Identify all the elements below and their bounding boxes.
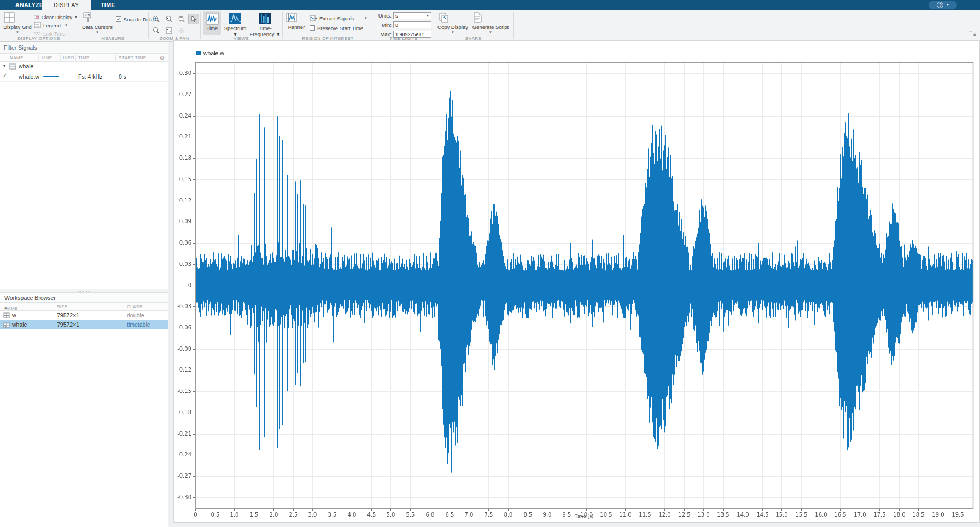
generate-script-icon xyxy=(471,11,510,24)
tab-display[interactable]: DISPLAY xyxy=(42,0,91,10)
legend-icon xyxy=(34,22,41,28)
data-cursors-button[interactable]: 2.5 Data Cursors ▼ xyxy=(82,11,113,36)
ribbon-separator xyxy=(148,12,149,39)
generate-script-button[interactable]: Generate Script ▼ xyxy=(471,11,510,36)
units-select[interactable]: s ▼ xyxy=(393,12,431,19)
sort-asc-icon: ▲ xyxy=(4,306,8,309)
min-label: Min: xyxy=(376,22,392,28)
legend-button[interactable]: Legend ▼ xyxy=(34,21,68,29)
legend-color-swatch xyxy=(196,51,201,55)
pointer-button[interactable] xyxy=(188,14,199,24)
ribbon-separator xyxy=(282,12,283,39)
signal-group-row[interactable]: ▾ whale xyxy=(0,62,168,71)
time-view-icon xyxy=(206,13,219,25)
extract-signals-icon xyxy=(310,15,317,21)
col-name[interactable]: NAME xyxy=(10,55,24,60)
chevron-down-icon: ▼ xyxy=(364,16,368,20)
legend-label: whale.w xyxy=(203,50,224,56)
table-settings-gear-icon[interactable]: ⚙ xyxy=(160,55,165,61)
svg-text:2.5: 2.5 xyxy=(85,13,90,17)
preserve-start-time-checkbox[interactable]: Preserve Start Time xyxy=(310,24,370,32)
data-cursors-icon: 2.5 xyxy=(82,11,113,24)
toolstrip-tabbar: ANALYZER DISPLAY TIME ? ▾ xyxy=(0,0,980,10)
chevron-down-icon[interactable]: ▾ xyxy=(947,3,949,7)
zoom-in-x-icon xyxy=(165,15,173,23)
min-field-row: Min: xyxy=(376,21,431,28)
wb-col-class[interactable]: CLASS xyxy=(127,304,142,309)
copy-display-icon xyxy=(438,11,468,24)
signal-start-time: 0 s xyxy=(119,73,126,80)
col-start-time[interactable]: START TIME xyxy=(119,55,147,60)
matrix-icon xyxy=(3,312,10,318)
zoom-out-icon xyxy=(153,27,160,34)
wb-var-class: timetable xyxy=(127,321,150,328)
display-grid-icon xyxy=(3,11,32,24)
spectrum-view-button[interactable]: Spectrum ▼ xyxy=(223,11,247,35)
zoom-in-x-button[interactable] xyxy=(164,14,174,24)
group-name: whale xyxy=(19,63,33,70)
wb-var-size: 79572×1 xyxy=(57,321,79,328)
chevron-down-icon: ▼ xyxy=(438,31,468,34)
min-input[interactable] xyxy=(393,21,431,28)
ribbon-separator xyxy=(434,12,434,39)
chevron-down-icon: ▼ xyxy=(82,31,113,34)
extract-signals-button[interactable]: Extract Signals ▼ xyxy=(310,14,368,22)
wb-col-size[interactable]: SIZE xyxy=(57,304,67,309)
clear-display-button[interactable]: Clear Display ▼ xyxy=(34,13,78,21)
time-view-button[interactable]: Time xyxy=(203,11,221,35)
col-time[interactable]: TIME xyxy=(78,55,90,60)
checkbox-checked-icon[interactable]: ✓ xyxy=(116,16,121,22)
line-style-swatch[interactable] xyxy=(43,76,59,77)
zoom-in-y-button[interactable] xyxy=(176,14,187,24)
display-grid-button[interactable]: Display Grid ▼ xyxy=(3,11,32,36)
panel-splitter[interactable] xyxy=(0,289,168,293)
section-measure: MEASURE xyxy=(78,36,148,42)
workspace-browser-title: Workspace Browser xyxy=(0,293,168,303)
wb-var-class: double xyxy=(127,312,144,318)
left-panel: Filter Signals NAME LINE INFO TIME START… xyxy=(0,42,168,527)
zoom-out-button[interactable] xyxy=(151,25,162,36)
workspace-header: NAME ▲ SIZE CLASS xyxy=(0,303,168,311)
wb-var-size: 79572×1 xyxy=(57,312,79,318)
chevron-down-icon: ▼ xyxy=(426,14,429,18)
tree-expand-caret-icon[interactable]: ▾ xyxy=(3,63,5,68)
zoom-in-y-icon xyxy=(178,15,185,23)
checkmark-icon[interactable]: ✓ xyxy=(3,72,7,78)
clear-display-icon xyxy=(34,14,39,20)
copy-display-button[interactable]: Copy Display ▼ xyxy=(438,11,468,36)
signal-name: whale.w xyxy=(19,73,39,80)
ribbon-separator xyxy=(374,12,374,39)
help-pill[interactable]: ? ▾ xyxy=(929,1,957,9)
workspace-row-whale[interactable]: whale 79572×1 timetable xyxy=(0,320,168,329)
units-label: Units: xyxy=(376,13,392,19)
col-info[interactable]: INFO xyxy=(63,55,74,60)
checkbox-unchecked-icon[interactable] xyxy=(310,25,315,31)
col-line[interactable]: LINE xyxy=(42,55,52,60)
signal-analyzer-app: ANALYZER DISPLAY TIME ? ▾ Display Grid ▼… xyxy=(0,0,980,527)
x-axis-label: Time (s) xyxy=(195,513,973,519)
spectrum-view-icon xyxy=(229,13,242,25)
time-frequency-view-icon xyxy=(259,13,272,25)
pan-button xyxy=(176,25,187,36)
units-field-row: Units: s ▼ xyxy=(376,12,431,19)
chevron-down-icon: ▼ xyxy=(3,31,32,34)
collapse-ribbon-button[interactable]: ▔▲ xyxy=(969,32,977,38)
signal-plot-canvas[interactable] xyxy=(174,41,979,522)
zoom-in-button[interactable] xyxy=(151,14,162,24)
help-icon[interactable]: ? xyxy=(937,2,943,8)
fit-to-view-button[interactable] xyxy=(164,25,174,36)
tab-time[interactable]: TIME xyxy=(89,0,127,10)
ribbon-separator xyxy=(513,12,514,39)
signal-row-whale-w[interactable]: ✓ whale.w Fs: 4 kHz 0 s xyxy=(0,71,168,82)
timetable-icon xyxy=(9,63,16,70)
workspace-row-w[interactable]: w 79572×1 double xyxy=(0,311,168,320)
time-frequency-view-button[interactable]: Time-Frequency ▼ xyxy=(248,11,282,35)
ribbon: Display Grid ▼ Clear Display ▼ Legend ▼ … xyxy=(0,10,980,42)
panner-button[interactable]: Panner xyxy=(285,11,307,36)
snap-to-data-checkbox[interactable]: ✓ Snap to Data xyxy=(116,15,148,23)
chevron-down-icon: ▼ xyxy=(471,31,510,34)
filter-signals-input[interactable]: Filter Signals xyxy=(0,42,168,54)
plot-legend: whale.w xyxy=(196,50,224,56)
timetable-icon xyxy=(3,322,10,328)
wb-var-name: whale xyxy=(12,321,27,328)
